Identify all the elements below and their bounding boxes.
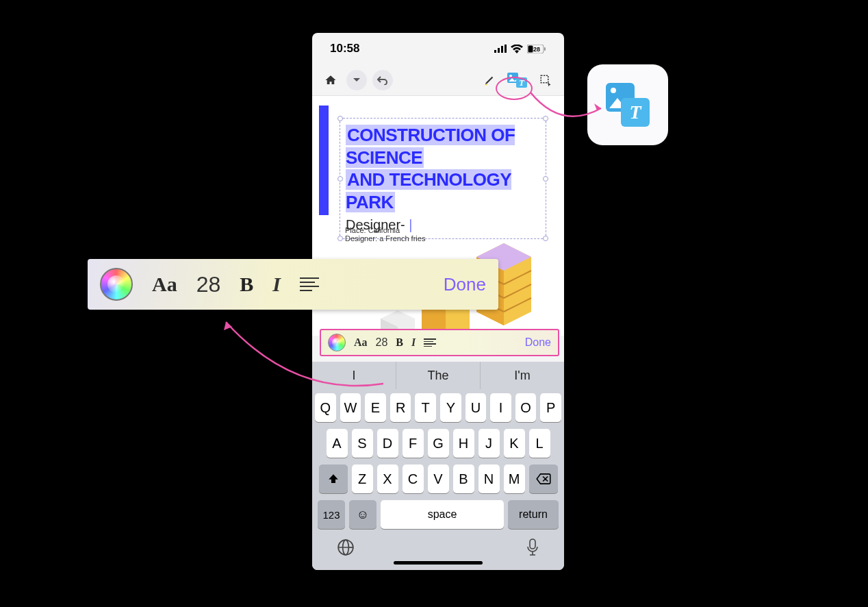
svg-rect-2 [501, 46, 503, 53]
key-o[interactable]: O [515, 393, 537, 422]
suggestion-3[interactable]: I'm [481, 362, 564, 389]
font-size-button-large[interactable]: 28 [196, 272, 221, 297]
key-d[interactable]: D [377, 429, 398, 458]
return-key[interactable]: return [508, 500, 559, 529]
svg-rect-1 [498, 48, 500, 53]
status-time: 10:58 [330, 42, 359, 55]
mic-icon[interactable] [526, 538, 539, 560]
key-s[interactable]: S [352, 429, 373, 458]
svg-line-21 [504, 284, 531, 298]
app-toolbar: T [312, 64, 564, 96]
key-i[interactable]: I [490, 393, 511, 422]
done-button[interactable]: Done [525, 336, 551, 349]
home-button[interactable] [320, 70, 341, 90]
key-j[interactable]: J [478, 429, 500, 458]
svg-point-10 [509, 75, 512, 77]
key-v[interactable]: V [428, 464, 449, 493]
numbers-key[interactable]: 123 [318, 500, 345, 529]
key-e[interactable]: E [365, 393, 386, 422]
keyboard-row-2: A S D F G H J K L [315, 429, 561, 458]
svg-rect-32 [530, 539, 535, 549]
battery-icon: 28 [527, 45, 546, 53]
key-p[interactable]: P [540, 393, 561, 422]
done-button-large[interactable]: Done [444, 274, 486, 295]
key-z[interactable]: Z [352, 464, 373, 493]
key-k[interactable]: K [504, 429, 525, 458]
key-l[interactable]: L [529, 429, 550, 458]
keyboard-row-4: 123 ☺ space return [315, 500, 561, 529]
status-indicators: 28 [494, 45, 546, 53]
emoji-key[interactable]: ☺ [349, 500, 376, 529]
dropdown-button[interactable] [346, 70, 367, 90]
key-c[interactable]: C [403, 464, 424, 493]
key-g[interactable]: G [428, 429, 449, 458]
doc-title[interactable]: CONSTRUCTION OF SCIENCE AND TECHNOLOGY P… [346, 124, 540, 213]
key-q[interactable]: Q [315, 393, 336, 422]
svg-rect-5 [528, 45, 533, 52]
keyboard-bottom-row [315, 529, 561, 560]
space-key[interactable]: space [381, 500, 504, 529]
doc-meta: Place: California Designer: a French fri… [345, 226, 425, 243]
shift-key[interactable] [319, 464, 348, 493]
svg-text:28: 28 [533, 46, 540, 53]
key-n[interactable]: N [478, 464, 500, 493]
text-selection-box[interactable]: CONSTRUCTION OF SCIENCE AND TECHNOLOGY P… [340, 118, 546, 239]
key-m[interactable]: M [504, 464, 525, 493]
backspace-key[interactable] [529, 464, 558, 493]
home-indicator [394, 561, 483, 565]
callout-image-text-icon: T [587, 64, 668, 145]
keyboard-suggestions: I The I'm [312, 362, 564, 389]
svg-line-22 [504, 298, 531, 312]
svg-text:T: T [519, 77, 525, 88]
globe-icon[interactable] [337, 538, 355, 560]
svg-rect-0 [494, 50, 496, 53]
italic-button-large[interactable]: I [272, 273, 281, 296]
key-x[interactable]: X [377, 464, 398, 493]
blue-sidebar-decoration [319, 106, 329, 215]
font-button-large[interactable]: Aa [152, 273, 177, 296]
suggestion-2[interactable]: The [396, 362, 481, 389]
svg-rect-6 [544, 47, 546, 51]
bold-button[interactable]: B [396, 336, 403, 349]
svg-rect-8 [485, 84, 487, 86]
signal-icon [494, 45, 507, 53]
format-bar-callout: Aa 28 B I Done [88, 259, 498, 310]
wifi-icon [511, 45, 523, 53]
keyboard-row-3: Z X C V B N M [315, 464, 561, 493]
svg-rect-3 [505, 45, 507, 53]
key-w[interactable]: W [340, 393, 361, 422]
bold-button-large[interactable]: B [240, 273, 253, 296]
key-r[interactable]: R [390, 393, 411, 422]
suggestion-1[interactable]: I [312, 362, 396, 389]
key-y[interactable]: Y [440, 393, 461, 422]
undo-button[interactable] [372, 70, 393, 90]
alignment-button-large[interactable] [300, 277, 319, 291]
font-size-button[interactable]: 28 [376, 336, 388, 349]
key-f[interactable]: F [403, 429, 424, 458]
key-a[interactable]: A [327, 429, 348, 458]
key-u[interactable]: U [465, 393, 487, 422]
alignment-button[interactable] [424, 338, 436, 347]
highlighter-button[interactable] [479, 70, 500, 90]
italic-button[interactable]: I [411, 336, 416, 349]
key-t[interactable]: T [415, 393, 436, 422]
key-h[interactable]: H [453, 429, 474, 458]
color-picker-button-large[interactable] [100, 268, 133, 301]
font-button[interactable]: Aa [354, 336, 368, 349]
format-bar: Aa 28 B I Done [320, 329, 559, 356]
keyboard: Q W E R T Y U I O P A S D F G H J K L Z [312, 389, 564, 570]
color-picker-button[interactable] [328, 334, 346, 351]
lasso-button[interactable] [535, 70, 556, 90]
svg-line-20 [504, 271, 531, 284]
key-b[interactable]: B [453, 464, 474, 493]
svg-rect-13 [541, 75, 548, 83]
image-text-button[interactable]: T [505, 71, 530, 90]
status-bar: 10:58 28 [312, 33, 564, 64]
keyboard-row-1: Q W E R T Y U I O P [315, 393, 561, 422]
